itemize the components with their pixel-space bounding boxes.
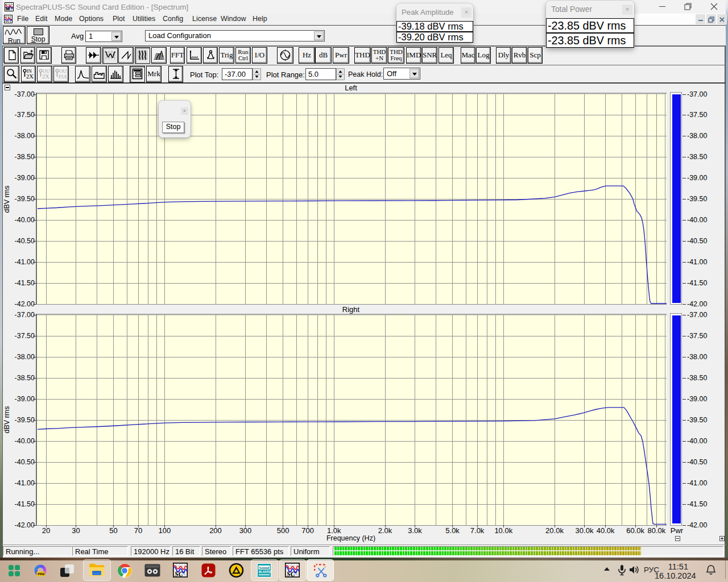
svg-text:BLASTER: BLASTER [259, 570, 271, 573]
svg-text:2X: 2X [42, 73, 49, 80]
svg-text:Sound: Sound [259, 566, 270, 569]
svg-text:SC: SC [175, 570, 184, 577]
svg-text:FULL: FULL [59, 74, 68, 80]
svg-text:2X: 2X [26, 73, 34, 80]
svg-text:PRE: PRE [38, 572, 45, 576]
svg-text:Nf: Nf [6, 7, 10, 11]
svg-text:SC: SC [287, 570, 296, 577]
svg-text:OUT: OUT [59, 68, 68, 74]
